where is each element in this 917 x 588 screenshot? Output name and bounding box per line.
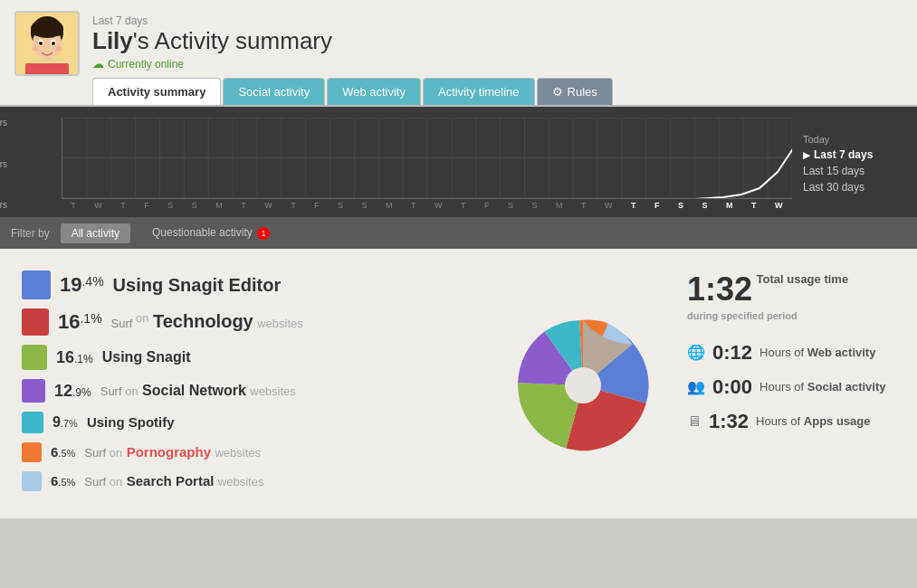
xl-t4: T [291,201,296,210]
xl-w5: W [775,201,783,210]
list-item: 6.5% Surf on Search Portal websites [22,471,488,491]
chart-svg [62,118,792,198]
web-time-value: 0:12 [712,341,752,365]
color-swatch [22,270,51,299]
list-item: 9.7% Using Spotify [22,412,488,433]
social-activity-stat: 👥 0:00 Hours of Social activity [687,375,895,399]
pie-chart-container [506,270,660,500]
web-activity-stat: 🌐 0:12 Hours of Web activity [687,341,895,365]
svg-point-8 [52,42,55,45]
right-stats: 1:32 Total usage time during specified p… [678,270,895,500]
main-content: 2 hours 1 hours 0 hours [0,105,917,518]
total-time-sub: during specified period [687,308,895,325]
activity-name-label: Using Spotify [87,414,175,431]
svg-rect-11 [25,63,69,74]
svg-point-9 [32,47,39,52]
xl-s6: S [532,201,538,210]
tab-rules[interactable]: ⚙ Rules [537,78,613,105]
rules-label: Rules [568,85,597,99]
tabs-row: Activity summary Social activity Web act… [92,71,903,105]
tab-activity-timeline[interactable]: Activity timeline [423,78,535,105]
apps-time-value: 1:32 [709,410,749,433]
tab-social-activity[interactable]: Social activity [223,78,325,105]
activity-pct: 6.5% [51,444,75,460]
xl-t7: T [581,201,587,210]
xl-t2: T [120,201,126,210]
apps-icon: 🖥 [687,413,702,430]
activity-name-label: Using Snagit [102,349,191,365]
activity-pct: 9.7% [53,414,78,431]
color-swatch [22,345,47,370]
gear-icon: ⚙ [552,85,563,99]
activity-pct: 19.4% [60,273,104,297]
y-label-1h: 1 hours [0,159,7,169]
y-label-2h: 2 hours [0,118,7,128]
filter-bar: Filter by All activity Questionable acti… [0,217,917,249]
xl-m4: M [726,201,733,210]
xl-t3: T [241,201,246,210]
pie-chart [511,313,655,458]
tab-activity-summary[interactable]: Activity summary [92,78,221,105]
activity-pct: 16.1% [58,310,102,334]
period-last15[interactable]: Last 15 days [803,165,908,177]
social-time-value: 0:00 [712,375,752,399]
xl-t6: T [461,201,466,210]
xl-m3: M [556,201,563,210]
xl-s8: S [702,201,707,210]
period-today-label: Today [803,134,908,145]
xl-w2: W [264,201,272,210]
activity-name-label: Surf on Search Portal websites [84,473,263,489]
svg-point-10 [55,47,62,52]
avatar [14,11,80,76]
header-text: Last 7 days Lily's Activity summary ☁ Cu… [92,11,903,105]
xl-m1: M [215,201,223,210]
list-item: 12.9% Surf on Social Network websites [22,379,488,403]
xl-s1: S [167,201,173,210]
list-item: 19.4% Using Snagit Editor [22,270,488,299]
user-name: Lily [92,27,133,54]
triangle-icon: ▶ [803,150,810,160]
tab-web-activity[interactable]: Web activity [327,78,421,105]
list-item: 16.1% Surf on Technology websites [22,308,488,336]
web-time-label: Hours of Web activity [759,346,875,359]
apps-time-label: Hours of Apps usage [756,414,870,428]
list-item: 6.5% Surf on Pornography websites [22,442,488,462]
x-labels: T W T F S S M T W T F S S M T [62,201,792,210]
xl-m2: M [386,201,393,210]
color-swatch [22,379,45,403]
xl-w1: W [94,201,102,210]
xl-f1: F [144,201,149,210]
period-30-label: Last 30 days [803,181,864,194]
chart-graph [62,118,792,199]
activity-name-label: Surf on Social Network websites [100,383,296,399]
activity-list: 19.4% Using Snagit Editor 16.1% Surf on … [22,270,488,500]
activity-name-label: Using Snagit Editor [113,275,282,296]
xl-t1: T [71,201,76,210]
color-swatch [22,412,43,433]
online-status: ☁ Currently online [92,57,903,71]
page-title: Lily's Activity summary [92,27,903,55]
xl-w3: W [435,201,443,210]
xl-t9: T [751,201,757,210]
xl-t8: T [631,201,636,210]
list-item: 16.1% Using Snagit [22,345,488,370]
period-last7[interactable]: ▶ Last 7 days [803,148,908,161]
cloud-icon: ☁ [92,57,104,71]
period-last30[interactable]: Last 30 days [803,181,908,194]
apps-usage-stat: 🖥 1:32 Hours of Apps usage [687,410,895,433]
xl-t5: T [411,201,416,210]
activity-pct: 6.5% [51,473,75,489]
xl-w4: W [605,201,613,210]
color-swatch [22,471,42,491]
app-container: Last 7 days Lily's Activity summary ☁ Cu… [0,0,917,518]
filter-questionable-btn[interactable]: Questionable activity 1 [141,223,281,243]
chart-area: 2 hours 1 hours 0 hours [0,107,917,217]
svg-point-45 [565,367,601,403]
xl-s5: S [508,201,513,210]
activity-pct: 12.9% [54,382,91,401]
color-swatch [22,308,49,336]
filter-all-btn[interactable]: All activity [61,223,130,243]
questionable-badge: 1 [257,227,270,240]
globe-icon: 🌐 [687,344,705,361]
last-days-label: Last 7 days [92,14,903,27]
